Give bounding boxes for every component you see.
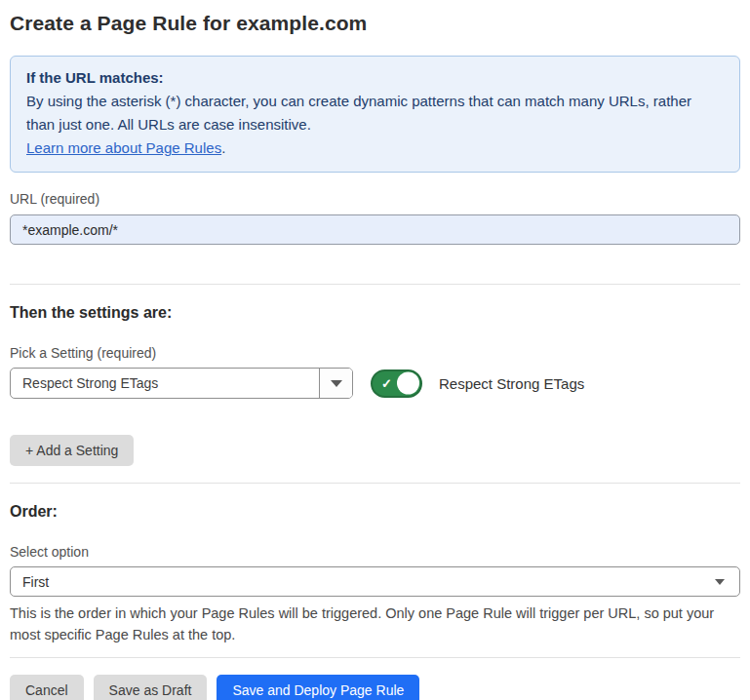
save-and-deploy-button[interactable]: Save and Deploy Page Rule [217,675,419,700]
info-link-line: Learn more about Page Rules. [26,136,724,160]
section-divider [10,284,740,285]
order-select-value: First [22,574,49,590]
setting-select-value: Respect Strong ETags [11,369,319,398]
etags-toggle-label: Respect Strong ETags [439,375,584,392]
url-field-label: URL (required) [10,191,740,207]
page-title: Create a Page Rule for example.com [10,12,740,35]
save-as-draft-button[interactable]: Save as Draft [94,675,208,700]
learn-more-link[interactable]: Learn more about Page Rules [26,139,221,156]
pick-setting-label: Pick a Setting (required) [10,345,740,361]
etags-toggle[interactable]: ✓ [371,369,422,398]
order-select[interactable]: First [10,566,740,597]
chevron-down-icon [715,579,725,585]
checkmark-icon: ✓ [381,377,392,390]
link-period: . [221,139,225,156]
action-button-row: Cancel Save as Draft Save and Deploy Pag… [10,675,740,700]
dropdown-arrow-icon [331,380,342,387]
info-heading: If the URL matches: [26,66,724,90]
toggle-knob [397,372,419,395]
footer-divider [10,657,740,658]
order-help-text: This is the order in which your Page Rul… [10,603,731,645]
setting-select-arrow-button[interactable] [319,369,352,398]
url-input[interactable] [10,214,740,245]
section-divider [10,483,740,484]
order-select-label: Select option [10,544,740,560]
cancel-button[interactable]: Cancel [10,675,84,700]
setting-select[interactable]: Respect Strong ETags [10,368,353,399]
info-body-text: By using the asterisk (*) character, you… [26,90,724,136]
url-match-info-callout: If the URL matches: By using the asteris… [10,56,740,173]
settings-section-heading: Then the settings are: [10,304,740,322]
setting-row: Respect Strong ETags ✓ Respect Strong ET… [10,368,740,399]
add-setting-button[interactable]: + Add a Setting [10,435,134,466]
order-section-heading: Order: [10,503,740,521]
